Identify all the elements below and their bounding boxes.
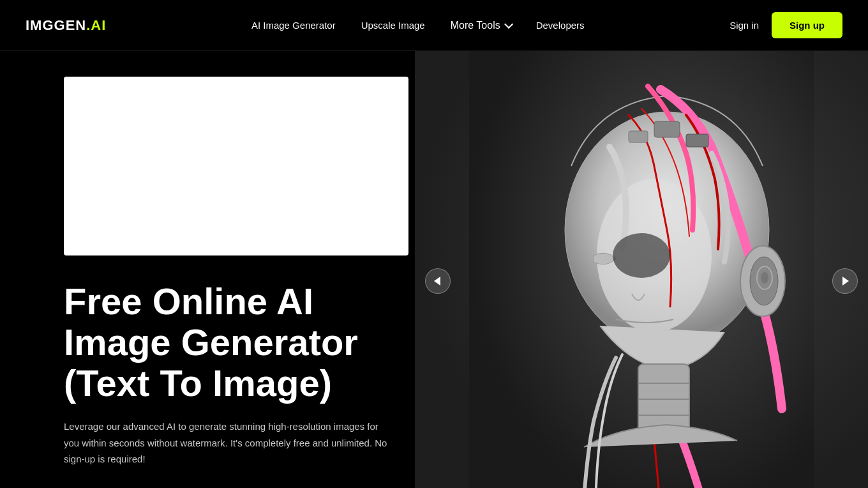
nav-auth: Sign in Sign up [730,12,842,38]
hero-description: Leverage our advanced AI to generate stu… [64,418,389,468]
hero-title: Free Online AI Image Generator (Text To … [64,281,389,403]
navbar: IMGGEN.AI AI Image Generator Upscale Ima… [0,0,868,51]
robot-image-container [415,51,868,488]
svg-rect-5 [629,131,648,142]
svg-point-14 [613,233,670,278]
nav-link-upscale-image[interactable]: Upscale Image [361,20,425,31]
robot-illustration [469,51,814,488]
svg-rect-3 [654,121,680,137]
more-tools-trigger[interactable]: More Tools [451,20,511,31]
arrow-left-icon [434,277,440,286]
sign-in-link[interactable]: Sign in [730,20,759,31]
nav-links: AI Image Generator Upscale Image More To… [251,20,585,31]
right-section [415,51,868,488]
logo-text: IMGGEN.AI [26,17,106,34]
nav-item-ai-image-generator[interactable]: AI Image Generator [251,20,336,31]
more-tools-label: More Tools [451,20,500,31]
main-content: Free Online AI Image Generator (Text To … [0,51,868,488]
arrow-right-icon [842,277,849,286]
sign-up-button[interactable]: Sign up [772,12,842,38]
svg-rect-4 [686,134,708,147]
nav-item-developers[interactable]: Developers [536,20,585,31]
nav-item-upscale-image[interactable]: Upscale Image [361,20,425,31]
hero-image-placeholder [64,77,408,255]
carousel-next-button[interactable] [832,268,858,294]
left-section: Free Online AI Image Generator (Text To … [0,51,415,488]
logo[interactable]: IMGGEN.AI [26,17,106,34]
carousel-prev-button[interactable] [425,268,451,294]
svg-point-9 [761,272,768,284]
nav-link-developers[interactable]: Developers [536,20,585,31]
nav-link-ai-image-generator[interactable]: AI Image Generator [251,20,336,31]
nav-item-more-tools[interactable]: More Tools [451,20,511,31]
chevron-down-icon [504,19,513,28]
